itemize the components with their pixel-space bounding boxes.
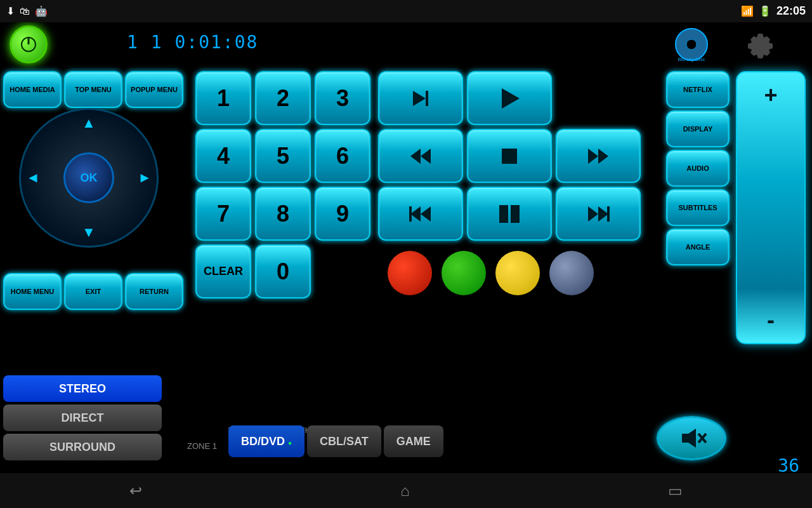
gear-icon[interactable] xyxy=(742,29,780,67)
play-slow-button[interactable] xyxy=(378,71,463,125)
num-8-button[interactable]: 8 xyxy=(255,187,311,241)
dpad-left-button[interactable]: ◄ xyxy=(26,170,40,186)
home-nav-button[interactable]: ⌂ xyxy=(400,482,410,500)
blue-button[interactable] xyxy=(549,251,594,295)
angle-button[interactable]: ANGLE xyxy=(666,229,730,265)
display-button[interactable]: DISPLAY xyxy=(666,110,730,147)
svg-marker-19 xyxy=(598,206,608,222)
audio-button[interactable]: AUDIO xyxy=(666,150,730,187)
svg-rect-17 xyxy=(511,205,520,223)
numpad: 1 2 3 4 5 6 7 8 9 CLEAR 0 xyxy=(195,71,370,298)
clear-button[interactable]: CLEAR xyxy=(195,244,251,298)
direct-button[interactable]: DIRECT xyxy=(3,404,162,431)
skip-forward-button[interactable] xyxy=(556,187,641,241)
svg-rect-16 xyxy=(499,205,508,223)
dpad-up-button[interactable]: ▲ xyxy=(82,115,96,131)
svg-rect-20 xyxy=(607,206,610,222)
svg-marker-21 xyxy=(682,429,696,448)
status-icons: ⬇ 🛍 🤖 xyxy=(6,5,48,17)
num-3-button[interactable]: 3 xyxy=(315,71,370,125)
dpad-outer: ▲ ▼ ◄ ► OK xyxy=(19,108,159,248)
dpad-down-button[interactable]: ▼ xyxy=(82,224,96,241)
top-menu-button[interactable]: TOP MENU xyxy=(64,71,122,108)
red-button[interactable] xyxy=(388,251,432,295)
clock: 22:05 xyxy=(776,4,806,18)
active-dot: ● xyxy=(288,439,292,446)
volume-slider[interactable]: + - xyxy=(736,71,806,344)
audio-modes: STEREO DIRECT SURROUND xyxy=(3,375,162,460)
dpad-ok-button[interactable]: OK xyxy=(63,152,114,203)
green-button[interactable] xyxy=(442,251,486,295)
top-menu-row: HOME MEDIA TOP MENU POPUP MENU xyxy=(3,71,183,108)
rewind-button[interactable] xyxy=(378,129,463,183)
home-menu-button[interactable]: HOME MENU xyxy=(3,273,62,310)
num-4-button[interactable]: 4 xyxy=(195,129,251,183)
fast-forward-button[interactable] xyxy=(556,129,641,183)
svg-point-3 xyxy=(686,39,697,50)
svg-marker-8 xyxy=(421,149,431,164)
dpad-right-button[interactable]: ► xyxy=(138,170,152,186)
svg-marker-18 xyxy=(588,206,598,222)
subtitles-button[interactable]: SUBTITLES xyxy=(666,189,730,226)
num-9-button[interactable]: 9 xyxy=(315,187,370,241)
chapter-button[interactable] xyxy=(467,187,552,241)
skip-back-button[interactable] xyxy=(378,187,463,241)
num-2-button[interactable]: 2 xyxy=(255,71,311,125)
svg-marker-11 xyxy=(588,149,598,164)
num-5-button[interactable]: 5 xyxy=(255,129,311,183)
num-6-button[interactable]: 6 xyxy=(315,129,370,183)
cblsat-button[interactable]: CBL/SAT xyxy=(307,425,381,457)
power-button[interactable] xyxy=(10,25,48,64)
return-button[interactable]: RETURN xyxy=(125,273,183,310)
home-media-button[interactable]: HOME MEDIA xyxy=(3,71,62,108)
time-display: 1 1 0:01:08 xyxy=(127,32,258,53)
bddvd-button[interactable]: BD/DVD ● xyxy=(228,425,304,457)
android-icon: 🤖 xyxy=(35,5,48,17)
num-1-button[interactable]: 1 xyxy=(195,71,251,125)
popup-menu-button[interactable]: POPUP MENU xyxy=(125,71,183,108)
yellow-button[interactable] xyxy=(495,251,540,295)
svg-marker-13 xyxy=(421,206,431,222)
bag-icon: 🛍 xyxy=(20,6,30,17)
exit-button[interactable]: EXIT xyxy=(64,273,122,310)
source-row: BD/DVD ● CBL/SAT GAME xyxy=(228,425,443,457)
nav-bar: ↩ ⌂ ▭ xyxy=(0,473,812,508)
back-nav-button[interactable]: ↩ xyxy=(129,482,142,500)
play-button[interactable] xyxy=(467,71,552,125)
game-button[interactable]: GAME xyxy=(384,425,443,457)
right-sidebar: NETFLIX DISPLAY AUDIO SUBTITLES ANGLE xyxy=(666,71,730,265)
status-bar: ⬇ 🛍 🤖 📶 🔋 22:05 xyxy=(0,0,812,22)
zone-label: ZONE 1 xyxy=(187,441,217,451)
recent-nav-button[interactable]: ▭ xyxy=(668,482,683,500)
num-7-button[interactable]: 7 xyxy=(195,187,251,241)
download-icon: ⬇ xyxy=(6,5,15,17)
svg-rect-15 xyxy=(409,206,412,222)
transport-buttons xyxy=(378,71,641,302)
dpad: ▲ ▼ ◄ ► OK xyxy=(19,108,159,248)
svg-marker-14 xyxy=(410,206,421,222)
battery-icon: 🔋 xyxy=(759,5,771,17)
mute-button[interactable] xyxy=(657,416,726,460)
bottom-left-row: HOME MENU EXIT RETURN xyxy=(3,273,183,310)
bluray-logo: Blu-ray Disc xyxy=(666,25,717,66)
volume-up-button[interactable]: + xyxy=(764,82,777,109)
wifi-icon: 📶 xyxy=(741,5,754,17)
svg-text:Blu-ray Disc: Blu-ray Disc xyxy=(678,57,705,62)
svg-marker-7 xyxy=(502,88,520,109)
volume-down-button[interactable]: - xyxy=(767,307,775,333)
svg-rect-10 xyxy=(502,149,517,164)
svg-marker-5 xyxy=(413,91,426,106)
svg-marker-9 xyxy=(410,149,421,164)
status-right: 📶 🔋 22:05 xyxy=(741,4,806,18)
num-0-button[interactable]: 0 xyxy=(255,244,311,298)
svg-marker-12 xyxy=(598,149,608,164)
stop-button[interactable] xyxy=(467,129,552,183)
color-buttons-row xyxy=(378,244,641,302)
netflix-button[interactable]: NETFLIX xyxy=(666,71,730,108)
surround-button[interactable]: SURROUND xyxy=(3,434,162,460)
stereo-button[interactable]: STEREO xyxy=(3,375,162,402)
